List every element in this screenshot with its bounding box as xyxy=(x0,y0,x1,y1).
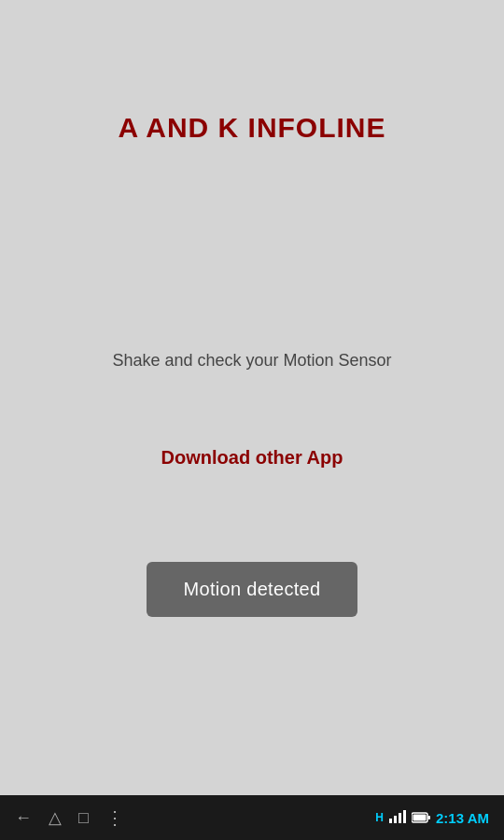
home-button[interactable]: △ xyxy=(49,807,62,828)
svg-rect-0 xyxy=(389,819,392,823)
download-link[interactable]: Download other App xyxy=(161,447,343,469)
main-content: A AND K INFOLINE Shake and check your Mo… xyxy=(0,0,504,795)
status-bar: ← △ □ ⋮ H 2:13 AM xyxy=(0,795,504,840)
back-button[interactable]: ← xyxy=(15,808,32,828)
menu-button[interactable]: ⋮ xyxy=(105,806,126,829)
h-indicator: H xyxy=(375,811,384,824)
app-title: A AND K INFOLINE xyxy=(118,112,385,144)
svg-rect-3 xyxy=(403,810,406,823)
status-right: H 2:13 AM xyxy=(375,810,489,826)
nav-buttons: ← △ □ ⋮ xyxy=(15,806,126,829)
signal-icon xyxy=(389,810,406,826)
svg-rect-1 xyxy=(394,816,397,823)
motion-detected-button[interactable]: Motion detected xyxy=(147,562,358,617)
svg-rect-5 xyxy=(428,816,431,819)
shake-instruction: Shake and check your Motion Sensor xyxy=(112,349,391,372)
svg-rect-6 xyxy=(413,814,427,820)
recents-button[interactable]: □ xyxy=(78,808,89,828)
svg-rect-2 xyxy=(399,813,401,823)
time-display: 2:13 AM xyxy=(436,810,489,826)
battery-icon xyxy=(412,810,430,826)
